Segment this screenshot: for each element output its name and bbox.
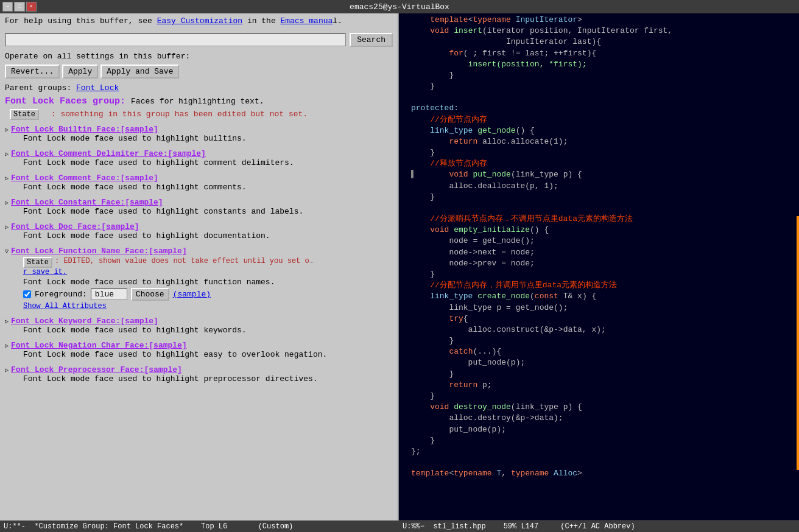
titlebar-close[interactable]: × [26,2,37,12]
face-sample-builtin[interactable]: [sample] [120,125,158,134]
operate-label: Operate on all settings in this buffer: [0,51,398,62]
search-button[interactable]: Search [350,33,393,47]
triangle-keyword[interactable]: ▷ [5,318,9,325]
triangle-constant[interactable]: ▷ [5,199,9,206]
code-line: //分配节点内存 [399,114,799,125]
face-sample-function-name[interactable]: [sample] [149,247,186,256]
face-item-comment-delimiter: ▷Font Lock Comment Delimiter Face:[sampl… [5,149,393,167]
face-title-comment: ▷Font Lock Comment Face:[sample] [5,173,393,183]
face-title-link-comment-delimiter[interactable]: Font Lock Comment Delimiter Face: [11,149,167,158]
face-sample-comment[interactable]: [sample] [120,173,158,183]
easy-customization-link[interactable]: Easy Customization [157,16,242,26]
customize-content: Parent groups: Font Lock Font Lock Faces… [0,81,398,520]
face-title-link-builtin[interactable]: Font Lock Builtin Face: [11,125,120,134]
triangle-negation-char[interactable]: ▷ [5,342,9,349]
face-sample-preprocessor[interactable]: [sample] [144,365,181,374]
emacs-manual-link[interactable]: Emacs manua [281,16,333,26]
apply-save-button[interactable]: Apply and Save [100,65,179,79]
code-line: void empty_initialize() { [399,225,799,236]
face-sample-doc[interactable]: [sample] [101,222,139,231]
face-desc-function-name: Font Lock mode face used to highlight fu… [23,278,393,287]
foreground-row: Foreground: blue Choose (sample) [23,288,393,301]
code-line: } [399,147,799,158]
face-desc-doc: Font Lock mode face used to highlight do… [23,231,393,240]
face-title-link-doc[interactable]: Font Lock Doc Face: [11,222,101,231]
titlebar-minimize[interactable]: − [2,2,13,12]
face-title-builtin: ▷Font Lock Builtin Face:[sample] [5,125,393,134]
face-item-keyword: ▷Font Lock Keyword Face:[sample] Font Lo… [5,317,393,335]
face-desc-keyword: Font Lock mode face used to highlight ke… [23,326,393,335]
sample-link[interactable]: (sample) [173,290,211,299]
group-state-text: : something in this group has been edite… [51,110,308,119]
triangle-doc[interactable]: ▷ [5,223,9,231]
main-content: For help using this buffer, see Easy Cus… [0,13,799,520]
apply-button[interactable]: Apply [62,65,98,79]
code-line: catch(...){ [399,346,799,357]
show-all-attributes-link[interactable]: Show All Attributes [23,302,393,310]
triangle-preprocessor[interactable]: ▷ [5,366,9,374]
code-line: put_node(p); [399,424,799,435]
face-sample-constant[interactable]: [sample] [125,198,163,207]
function-name-save-link[interactable]: r save it. [23,268,393,276]
help-suffix: l. [333,16,342,26]
code-line: protected: [399,103,799,114]
triangle-comment[interactable]: ▷ [5,175,9,182]
face-desc-comment: Font Lock mode face used to highlight co… [23,183,393,192]
code-area[interactable]: template<typename InputIterator> void in… [399,13,799,520]
function-name-state-row: State : EDITED, shown value does not tak… [23,257,393,268]
face-title-link-negation-char[interactable]: Font Lock Negation Char Face: [11,341,149,350]
face-title-link-comment[interactable]: Font Lock Comment Face: [11,173,120,183]
titlebar-title: emacs25@ys-VirtualBox [37,2,762,12]
code-line: } [399,269,799,280]
revert-button[interactable]: Revert... [5,65,60,79]
face-title-link-preprocessor[interactable]: Font Lock Preprocessor Face: [11,365,144,374]
face-desc-builtin: Font Lock mode face used to highlight bu… [23,134,393,143]
code-line: link_type create_node(const T& x) { [399,291,799,302]
code-line: put_node(p); [399,357,799,368]
face-title-comment-delimiter: ▷Font Lock Comment Delimiter Face:[sampl… [5,149,393,158]
group-state-badge[interactable]: State [10,109,39,120]
face-item-doc: ▷Font Lock Doc Face:[sample] Font Lock m… [5,222,393,240]
group-state-row: State : something in this group has been… [10,109,393,120]
face-item-builtin: ▷Font Lock Builtin Face:[sample] Font Lo… [5,125,393,143]
triangle-comment-delimiter[interactable]: ▷ [5,150,9,158]
face-title-link-keyword[interactable]: Font Lock Keyword Face: [11,317,120,326]
face-title-link-constant[interactable]: Font Lock Constant Face: [11,198,125,207]
group-title: Font Lock Faces group: [5,96,125,107]
right-panel: template<typename InputIterator> void in… [399,13,799,520]
face-title-constant: ▷Font Lock Constant Face:[sample] [5,198,393,207]
face-desc-preprocessor: Font Lock mode face used to highlight pr… [23,374,393,383]
foreground-value: blue [91,289,127,300]
code-line: for( ; first != last; ++first){ [399,48,799,59]
code-line: void insert(iterator position, InputIter… [399,26,799,37]
code-line: //分配节点内存，并调用节点里data元素的构造方法 [399,280,799,291]
function-name-state-badge[interactable]: State [23,257,52,268]
face-title-link-function-name[interactable]: Font Lock Function Name Face: [11,247,149,256]
face-title-preprocessor: ▷Font Lock Preprocessor Face:[sample] [5,365,393,374]
triangle-function-name[interactable]: ▽ [5,248,9,255]
status-bar-right: U:%%− stl_list.hpp 59% L147 (C++/l AC Ab… [399,520,799,532]
status-row: U:**- *Customize Group: Font Lock Faces*… [0,520,799,532]
left-panel: For help using this buffer, see Easy Cus… [0,13,399,520]
code-line: } [399,435,799,446]
code-line: alloc.destroy(&p->data); [399,413,799,424]
code-line: template<typename T, typename Alloc> [399,468,799,479]
choose-button[interactable]: Choose [131,288,169,301]
parent-link[interactable]: Font Lock [76,83,119,93]
face-sample-negation-char[interactable]: [sample] [149,341,186,350]
face-sample-keyword[interactable]: [sample] [120,317,158,326]
triangle-builtin[interactable]: ▷ [5,126,9,133]
face-title-doc: ▷Font Lock Doc Face:[sample] [5,222,393,231]
function-name-state-text: : EDITED, shown value does not take effe… [55,257,309,265]
code-line: link_type get_node() { [399,125,799,136]
code-line: node->prev = node; [399,258,799,269]
code-line: } [399,335,799,346]
face-sample-comment-delimiter[interactable]: [sample] [167,149,205,158]
parent-groups: Parent groups: Font Lock [5,83,393,93]
search-input[interactable] [5,33,346,46]
ellipsis-indicator: … [309,257,314,265]
titlebar-maximize[interactable]: □ [14,2,24,12]
foreground-checkbox[interactable] [23,290,31,298]
code-line [399,92,799,103]
face-desc-comment-delimiter: Font Lock mode face used to highlight co… [23,158,393,167]
